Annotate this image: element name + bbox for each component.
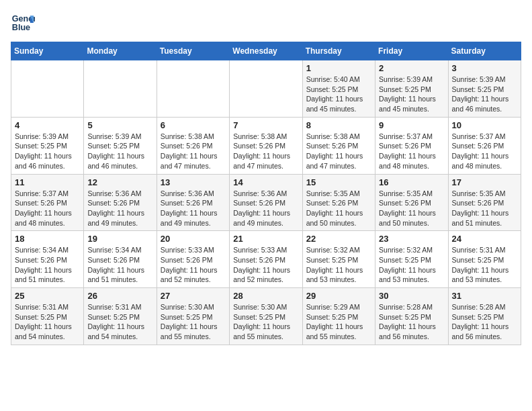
day-info: Sunrise: 5:37 AM Sunset: 5:26 PM Dayligh… (15, 189, 80, 228)
logo: General Blue (11, 11, 35, 35)
day-info: Sunrise: 5:39 AM Sunset: 5:25 PM Dayligh… (87, 132, 152, 171)
day-number: 18 (15, 234, 80, 244)
day-number: 19 (87, 234, 152, 244)
day-info: Sunrise: 5:37 AM Sunset: 5:26 PM Dayligh… (452, 132, 517, 171)
page-header: General Blue (11, 11, 521, 35)
calendar-cell: 23Sunrise: 5:32 AM Sunset: 5:25 PM Dayli… (375, 231, 448, 288)
weekday-header: Thursday (302, 42, 375, 60)
calendar-cell (157, 60, 229, 118)
weekday-header: Sunday (11, 42, 84, 60)
calendar-cell: 31Sunrise: 5:28 AM Sunset: 5:25 PM Dayli… (448, 288, 521, 345)
calendar-cell: 25Sunrise: 5:31 AM Sunset: 5:25 PM Dayli… (11, 288, 84, 345)
calendar-cell: 1Sunrise: 5:40 AM Sunset: 5:25 PM Daylig… (302, 60, 375, 118)
day-number: 17 (452, 177, 517, 187)
day-info: Sunrise: 5:31 AM Sunset: 5:25 PM Dayligh… (87, 302, 152, 342)
calendar-cell: 30Sunrise: 5:28 AM Sunset: 5:25 PM Dayli… (375, 288, 448, 345)
day-number: 31 (452, 291, 517, 301)
calendar-cell: 29Sunrise: 5:29 AM Sunset: 5:25 PM Dayli… (302, 288, 375, 345)
day-number: 27 (161, 291, 226, 301)
day-info: Sunrise: 5:34 AM Sunset: 5:26 PM Dayligh… (87, 245, 152, 285)
day-number: 16 (379, 177, 444, 187)
calendar-cell: 28Sunrise: 5:30 AM Sunset: 5:25 PM Dayli… (230, 288, 302, 345)
calendar-cell: 15Sunrise: 5:35 AM Sunset: 5:26 PM Dayli… (302, 174, 375, 231)
day-number: 21 (233, 234, 298, 244)
day-number: 14 (233, 177, 298, 187)
day-number: 1 (306, 63, 371, 73)
day-number: 6 (161, 120, 226, 130)
calendar-cell: 3Sunrise: 5:39 AM Sunset: 5:25 PM Daylig… (448, 60, 521, 118)
day-info: Sunrise: 5:39 AM Sunset: 5:25 PM Dayligh… (15, 132, 80, 171)
day-info: Sunrise: 5:39 AM Sunset: 5:25 PM Dayligh… (379, 75, 444, 114)
calendar-cell: 4Sunrise: 5:39 AM Sunset: 5:25 PM Daylig… (11, 117, 84, 174)
day-info: Sunrise: 5:38 AM Sunset: 5:26 PM Dayligh… (161, 132, 226, 171)
day-info: Sunrise: 5:38 AM Sunset: 5:26 PM Dayligh… (233, 132, 298, 171)
day-number: 7 (233, 120, 298, 130)
calendar-cell: 6Sunrise: 5:38 AM Sunset: 5:26 PM Daylig… (157, 117, 229, 174)
day-info: Sunrise: 5:31 AM Sunset: 5:25 PM Dayligh… (452, 245, 517, 285)
day-info: Sunrise: 5:40 AM Sunset: 5:25 PM Dayligh… (306, 75, 371, 114)
calendar-cell: 20Sunrise: 5:33 AM Sunset: 5:26 PM Dayli… (157, 231, 229, 288)
day-info: Sunrise: 5:36 AM Sunset: 5:26 PM Dayligh… (233, 189, 298, 228)
day-info: Sunrise: 5:35 AM Sunset: 5:26 PM Dayligh… (306, 189, 371, 228)
day-number: 9 (379, 120, 444, 130)
day-number: 29 (306, 291, 371, 301)
calendar-header: SundayMondayTuesdayWednesdayThursdayFrid… (11, 42, 521, 60)
calendar-cell: 21Sunrise: 5:33 AM Sunset: 5:26 PM Dayli… (230, 231, 302, 288)
svg-text:Blue: Blue (12, 23, 30, 32)
day-info: Sunrise: 5:36 AM Sunset: 5:26 PM Dayligh… (161, 189, 226, 228)
calendar-cell: 5Sunrise: 5:39 AM Sunset: 5:25 PM Daylig… (84, 117, 157, 174)
day-info: Sunrise: 5:34 AM Sunset: 5:26 PM Dayligh… (15, 245, 80, 285)
calendar-cell: 19Sunrise: 5:34 AM Sunset: 5:26 PM Dayli… (84, 231, 157, 288)
day-info: Sunrise: 5:36 AM Sunset: 5:26 PM Dayligh… (87, 189, 152, 228)
calendar-cell (230, 60, 302, 118)
day-info: Sunrise: 5:33 AM Sunset: 5:26 PM Dayligh… (233, 245, 298, 285)
weekday-header: Saturday (448, 42, 521, 60)
day-number: 24 (452, 234, 517, 244)
day-number: 26 (87, 291, 152, 301)
day-number: 12 (87, 177, 152, 187)
day-info: Sunrise: 5:32 AM Sunset: 5:25 PM Dayligh… (306, 245, 371, 285)
calendar-cell: 11Sunrise: 5:37 AM Sunset: 5:26 PM Dayli… (11, 174, 84, 231)
day-info: Sunrise: 5:29 AM Sunset: 5:25 PM Dayligh… (306, 302, 371, 342)
day-number: 8 (306, 120, 371, 130)
day-info: Sunrise: 5:35 AM Sunset: 5:26 PM Dayligh… (379, 189, 444, 228)
calendar-cell: 13Sunrise: 5:36 AM Sunset: 5:26 PM Dayli… (157, 174, 229, 231)
day-number: 25 (15, 291, 80, 301)
day-number: 20 (161, 234, 226, 244)
day-info: Sunrise: 5:28 AM Sunset: 5:25 PM Dayligh… (379, 302, 444, 342)
calendar-cell: 24Sunrise: 5:31 AM Sunset: 5:25 PM Dayli… (448, 231, 521, 288)
calendar-cell: 27Sunrise: 5:30 AM Sunset: 5:25 PM Dayli… (157, 288, 229, 345)
calendar-cell: 8Sunrise: 5:38 AM Sunset: 5:26 PM Daylig… (302, 117, 375, 174)
day-number: 2 (379, 63, 444, 73)
calendar-cell (84, 60, 157, 118)
day-info: Sunrise: 5:38 AM Sunset: 5:26 PM Dayligh… (306, 132, 371, 171)
day-info: Sunrise: 5:30 AM Sunset: 5:25 PM Dayligh… (161, 302, 226, 342)
calendar-cell: 17Sunrise: 5:35 AM Sunset: 5:26 PM Dayli… (448, 174, 521, 231)
day-info: Sunrise: 5:32 AM Sunset: 5:25 PM Dayligh… (379, 245, 444, 285)
day-number: 10 (452, 120, 517, 130)
day-number: 13 (161, 177, 226, 187)
weekday-header: Friday (375, 42, 448, 60)
day-info: Sunrise: 5:33 AM Sunset: 5:26 PM Dayligh… (161, 245, 226, 285)
weekday-header: Tuesday (157, 42, 229, 60)
day-number: 30 (379, 291, 444, 301)
calendar-cell: 2Sunrise: 5:39 AM Sunset: 5:25 PM Daylig… (375, 60, 448, 118)
day-info: Sunrise: 5:37 AM Sunset: 5:26 PM Dayligh… (379, 132, 444, 171)
calendar-cell: 26Sunrise: 5:31 AM Sunset: 5:25 PM Dayli… (84, 288, 157, 345)
day-number: 22 (306, 234, 371, 244)
day-number: 5 (87, 120, 152, 130)
calendar-cell: 9Sunrise: 5:37 AM Sunset: 5:26 PM Daylig… (375, 117, 448, 174)
day-number: 11 (15, 177, 80, 187)
day-info: Sunrise: 5:35 AM Sunset: 5:26 PM Dayligh… (452, 189, 517, 228)
calendar-cell: 18Sunrise: 5:34 AM Sunset: 5:26 PM Dayli… (11, 231, 84, 288)
calendar-cell (11, 60, 84, 118)
day-info: Sunrise: 5:28 AM Sunset: 5:25 PM Dayligh… (452, 302, 517, 342)
calendar-table: SundayMondayTuesdayWednesdayThursdayFrid… (11, 42, 521, 345)
day-number: 15 (306, 177, 371, 187)
day-number: 28 (233, 291, 298, 301)
day-number: 3 (452, 63, 517, 73)
calendar-cell: 7Sunrise: 5:38 AM Sunset: 5:26 PM Daylig… (230, 117, 302, 174)
day-number: 23 (379, 234, 444, 244)
weekday-header: Wednesday (230, 42, 302, 60)
calendar-cell: 14Sunrise: 5:36 AM Sunset: 5:26 PM Dayli… (230, 174, 302, 231)
